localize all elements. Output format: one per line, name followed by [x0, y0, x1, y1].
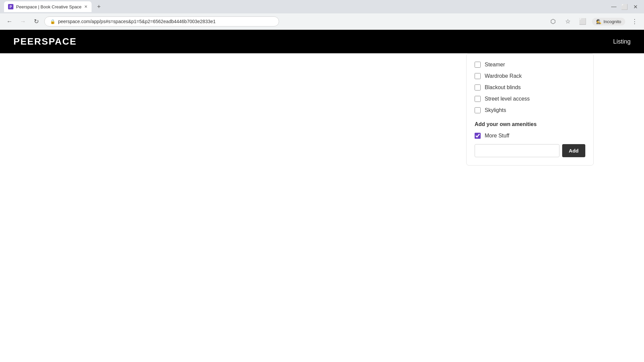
blackout-blinds-label: Blackout blinds	[485, 84, 521, 90]
profile-icon[interactable]: ⬜	[577, 16, 588, 27]
custom-amenity-more-stuff: More Stuff	[475, 133, 585, 139]
tab-title: Peerspace | Book Creative Space	[16, 4, 82, 9]
amenity-blackout-blinds: Blackout blinds	[475, 84, 585, 90]
add-amenity-input[interactable]	[475, 144, 559, 157]
toolbar-actions: ⬡ ☆ ⬜ 🕵 Incognito ⋮	[548, 16, 640, 27]
browser-toolbar: ← → ↻ 🔒 peerspace.com/app/ps#s=spaces&p1…	[0, 13, 644, 29]
incognito-icon: 🕵	[596, 19, 601, 24]
amenity-steamer: Steamer	[475, 62, 585, 68]
page-content: PEERSPACE Listing Steamer Wardrobe Rack …	[0, 30, 644, 362]
skylights-label: Skylights	[485, 107, 506, 113]
new-tab-button[interactable]: +	[94, 2, 104, 11]
add-amenities-title: Add your own amenities	[475, 121, 585, 127]
amenity-skylights: Skylights	[475, 107, 585, 113]
blackout-blinds-checkbox[interactable]	[475, 84, 481, 90]
add-amenity-button[interactable]: Add	[562, 144, 585, 157]
browser-chrome: P Peerspace | Book Creative Space ✕ + — …	[0, 0, 644, 30]
close-button[interactable]: ✕	[631, 2, 640, 11]
nav-listing-link[interactable]: Listing	[613, 38, 631, 45]
address-bar[interactable]: 🔒 peerspace.com/app/ps#s=spaces&p1=5&p2=…	[44, 16, 279, 26]
tab-close-icon[interactable]: ✕	[84, 4, 88, 9]
wardrobe-rack-checkbox[interactable]	[475, 73, 481, 79]
add-amenity-row: Add	[475, 144, 585, 157]
amenity-wardrobe-rack: Wardrobe Rack	[475, 73, 585, 79]
street-level-access-checkbox[interactable]	[475, 96, 481, 102]
window-controls: — ⬜ ✕	[609, 2, 640, 11]
url-text: peerspace.com/app/ps#s=spaces&p1=5&p2=65…	[58, 19, 216, 24]
forward-nav-button[interactable]: →	[17, 16, 28, 27]
lock-icon: 🔒	[50, 19, 55, 24]
wardrobe-rack-label: Wardrobe Rack	[485, 73, 522, 79]
bookmark-star-icon[interactable]: ☆	[562, 16, 573, 27]
browser-tab[interactable]: P Peerspace | Book Creative Space ✕	[4, 1, 92, 12]
steamer-checkbox[interactable]	[475, 62, 481, 68]
cast-icon[interactable]: ⬡	[548, 16, 558, 27]
reload-button[interactable]: ↻	[31, 16, 42, 27]
menu-icon[interactable]: ⋮	[629, 16, 640, 27]
more-stuff-label: More Stuff	[485, 133, 509, 139]
steamer-label: Steamer	[485, 62, 505, 68]
maximize-button[interactable]: ⬜	[620, 2, 629, 11]
tab-favicon: P	[8, 4, 13, 9]
street-level-access-label: Street level access	[485, 96, 530, 102]
incognito-button[interactable]: 🕵 Incognito	[592, 18, 625, 25]
site-header: PEERSPACE Listing	[0, 30, 644, 53]
main-content: Steamer Wardrobe Rack Blackout blinds St…	[0, 53, 644, 234]
browser-titlebar: P Peerspace | Book Creative Space ✕ + — …	[0, 0, 644, 13]
site-logo: PEERSPACE	[13, 36, 77, 47]
amenities-card: Steamer Wardrobe Rack Blackout blinds St…	[466, 53, 594, 166]
minimize-button[interactable]: —	[609, 2, 619, 11]
amenity-street-level-access: Street level access	[475, 96, 585, 102]
incognito-label: Incognito	[603, 19, 621, 24]
more-stuff-checkbox[interactable]	[475, 133, 481, 139]
back-nav-button[interactable]: ←	[4, 16, 15, 27]
skylights-checkbox[interactable]	[475, 107, 481, 113]
